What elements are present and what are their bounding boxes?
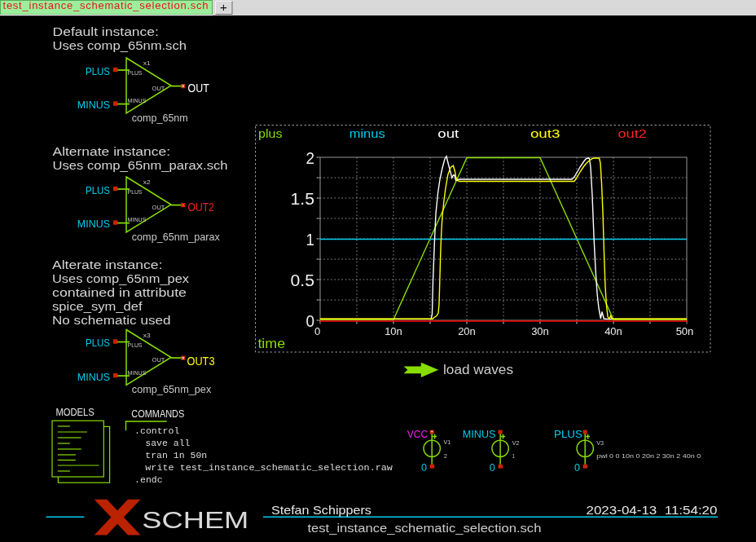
svg-text:VCC: VCC — [407, 428, 429, 440]
svg-text:tran 1n 50n: tran 1n 50n — [145, 450, 207, 460]
svg-text:1: 1 — [306, 231, 315, 249]
svg-text:MODELS: MODELS — [55, 407, 94, 418]
svg-text:Uses comp_65nm_parax.sch: Uses comp_65nm_parax.sch — [53, 159, 228, 172]
svg-text:OUT2: OUT2 — [188, 200, 214, 214]
svg-text:10n: 10n — [385, 325, 402, 337]
svg-text:PLUS: PLUS — [554, 428, 582, 440]
svg-text:No schematic used: No schematic used — [52, 314, 171, 327]
svg-text:30n: 30n — [531, 325, 549, 337]
svg-text:out2: out2 — [618, 126, 647, 140]
svg-text:OUT: OUT — [188, 81, 209, 95]
svg-text:OUT3: OUT3 — [187, 354, 215, 368]
svg-text:50n: 50n — [676, 325, 694, 337]
svg-text:20n: 20n — [458, 325, 476, 337]
svg-text:COMMANDS: COMMANDS — [131, 408, 184, 420]
svg-text:Stefan Schippers: Stefan Schippers — [271, 503, 371, 517]
svg-text:save all: save all — [145, 438, 190, 448]
svg-text:x1: x1 — [143, 59, 151, 67]
svg-text:2: 2 — [444, 452, 447, 460]
svg-text:comp_65nm: comp_65nm — [132, 112, 188, 124]
svg-text:spice_sym_def: spice_sym_def — [52, 300, 143, 313]
svg-text:.endc: .endc — [134, 474, 163, 485]
svg-text:test_instance_schematic_select: test_instance_schematic_selection.sch — [307, 521, 541, 535]
svg-text:write test_instance_schematic_: write test_instance_schematic_selection.… — [145, 462, 393, 473]
svg-text:40n: 40n — [604, 325, 622, 337]
svg-text:x2: x2 — [143, 178, 151, 186]
svg-text:1.5: 1.5 — [291, 190, 315, 208]
svg-text:Uses comp_65nm_pex: Uses comp_65nm_pex — [52, 272, 189, 285]
svg-text:comp_65nm_parax: comp_65nm_parax — [132, 231, 220, 243]
svg-text:0.5: 0.5 — [291, 271, 315, 289]
svg-text:V3: V3 — [596, 439, 604, 447]
svg-text:V2: V2 — [512, 439, 520, 447]
svg-text:out: out — [437, 126, 459, 140]
svg-text:contained in attribute: contained in attribute — [52, 286, 187, 299]
svg-text:Alternate instance:: Alternate instance: — [53, 145, 171, 158]
svg-text:Uses comp_65nm.sch: Uses comp_65nm.sch — [53, 39, 187, 52]
svg-text:comp_65nm_pex: comp_65nm_pex — [132, 384, 211, 395]
svg-text:+: + — [220, 0, 227, 14]
svg-text:out3: out3 — [530, 126, 560, 140]
svg-text:0: 0 — [306, 312, 315, 330]
svg-text:1: 1 — [512, 452, 516, 460]
svg-text:2023-04-13 11:54:20: 2023-04-13 11:54:20 — [587, 503, 718, 517]
svg-text:test_instance_schematic_select: test_instance_schematic_selection.sch — [3, 0, 209, 11]
svg-text:Default instance:: Default instance: — [53, 25, 160, 38]
svg-text:SCHEM: SCHEM — [142, 507, 248, 533]
svg-text:2: 2 — [306, 149, 315, 167]
svg-text:pwl 0 0 10n 0 20n 2 30n 2 40n: pwl 0 0 10n 0 20n 2 30n 2 40n 0 — [596, 452, 701, 460]
svg-text:V1: V1 — [443, 438, 451, 446]
svg-text:MINUS: MINUS — [463, 428, 496, 440]
svg-text:0: 0 — [314, 325, 320, 337]
svg-text:time: time — [257, 337, 285, 350]
svg-text:.control: .control — [134, 425, 179, 436]
svg-text:Alterate instance:: Alterate instance: — [52, 258, 163, 271]
svg-text:load waves: load waves — [443, 363, 513, 377]
svg-text:x3: x3 — [143, 332, 151, 339]
svg-text:minus: minus — [349, 126, 385, 140]
svg-text:plus: plus — [258, 126, 283, 140]
